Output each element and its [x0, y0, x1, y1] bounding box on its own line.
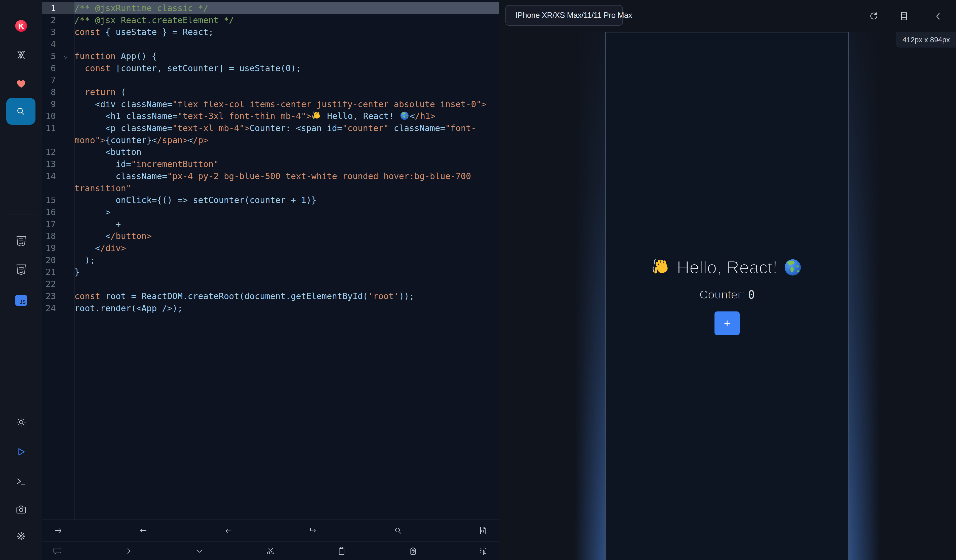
arrow-left-icon[interactable]	[138, 525, 149, 536]
fold-chevron-icon[interactable]: ⌄	[63, 52, 68, 59]
cursor-click-icon[interactable]	[478, 546, 489, 557]
device-select[interactable]: IPhone XR/XS Max/11/11 Pro Max	[505, 5, 623, 26]
code-line[interactable]: 22	[42, 278, 499, 290]
js-file-button[interactable]: JS	[15, 295, 27, 306]
line-number: 14	[42, 170, 74, 194]
line-number: 9	[42, 98, 74, 110]
code-line[interactable]: 20 );	[42, 254, 499, 266]
ide-app: K	[0, 0, 956, 560]
glow-left	[575, 32, 605, 560]
code-line[interactable]: 12 <button	[42, 146, 499, 158]
counter-value: 0	[748, 288, 755, 301]
code-area[interactable]: 1/** @jsxRuntime classic */2/** @jsx Rea…	[42, 0, 499, 314]
search-icon	[15, 106, 27, 117]
gear-icon	[15, 530, 27, 542]
refresh-button[interactable]	[868, 11, 879, 22]
line-number: 23	[42, 290, 74, 302]
favorites-button[interactable]	[17, 80, 26, 88]
theme-button[interactable]	[15, 416, 27, 428]
sidebar-divider	[6, 323, 37, 323]
terminal-button[interactable]	[15, 476, 27, 487]
line-number: 16	[42, 206, 74, 219]
code-line[interactable]: 15 onClick={() => setCounter(counter + 1…	[42, 194, 499, 206]
line-number: 7	[42, 74, 74, 86]
code-line[interactable]: 14 className="px-4 py-2 bg-blue-500 text…	[42, 170, 499, 194]
x-logo-icon	[16, 50, 27, 60]
globe-emoji	[782, 258, 803, 277]
line-number: 13	[42, 158, 74, 170]
play-icon	[15, 446, 27, 458]
search-button[interactable]	[6, 98, 36, 125]
x-social-button[interactable]	[16, 50, 27, 60]
preview-heading: Hello, React!	[651, 257, 803, 277]
arrow-right-icon[interactable]	[53, 525, 64, 536]
code-line[interactable]: 7	[42, 74, 499, 86]
code-line[interactable]: 4	[42, 38, 499, 50]
line-number: 4	[42, 38, 74, 50]
paste-icon[interactable]	[407, 546, 418, 557]
chevron-right-icon[interactable]	[123, 546, 134, 557]
code-line[interactable]: 9 <div className="flex flex-col items-ce…	[42, 98, 499, 110]
code-line[interactable]: 24root.render(<App />);	[42, 302, 499, 315]
return-icon[interactable]	[223, 525, 234, 536]
search-icon[interactable]	[393, 525, 404, 536]
code-line[interactable]: 17 +	[42, 219, 499, 230]
code-line[interactable]: 18 </button>	[42, 230, 499, 242]
cut-icon[interactable]	[265, 546, 276, 557]
line-number: 3	[42, 26, 74, 38]
sun-icon	[15, 416, 27, 428]
screenshot-button[interactable]	[15, 504, 27, 516]
html5-icon	[15, 235, 27, 247]
code-line[interactable]: 3const { useState } = React;	[42, 26, 499, 38]
app-logo[interactable]: K	[15, 20, 27, 32]
line-number: 15	[42, 194, 74, 206]
css3-icon	[15, 264, 27, 276]
preview-topbar: IPhone XR/XS Max/11/11 Pro Max	[499, 0, 956, 32]
terminal-icon	[15, 476, 27, 487]
run-button[interactable]	[15, 446, 27, 458]
collapse-panel-button[interactable]	[933, 11, 944, 22]
device-select-label: IPhone XR/XS Max/11/11 Pro Max	[516, 11, 632, 20]
code-line[interactable]: 16 >	[42, 206, 499, 219]
comment-icon[interactable]	[52, 546, 63, 557]
code-line[interactable]: 19 </div>	[42, 242, 499, 254]
device-preview-area: Hello, React! Counter:	[499, 32, 956, 560]
code-line[interactable]: 5⌄function App() {	[42, 50, 499, 62]
code-line[interactable]: 1/** @jsxRuntime classic */	[42, 2, 499, 14]
code-line[interactable]: 21}	[42, 266, 499, 278]
wave-emoji	[651, 258, 672, 277]
wave-emoji	[311, 111, 322, 121]
html-file-button[interactable]	[15, 235, 27, 247]
settings-button[interactable]	[15, 530, 27, 542]
code-line[interactable]: 8 return (	[42, 86, 499, 98]
line-number: 20	[42, 254, 74, 266]
code-editor[interactable]: 1/** @jsxRuntime classic */2/** @jsx Rea…	[42, 0, 499, 560]
line-number: 2	[42, 14, 74, 27]
editor-toolbar	[42, 519, 499, 560]
glow-right	[849, 32, 880, 560]
line-number: 11	[42, 122, 74, 146]
code-line[interactable]: 2/** @jsx React.createElement */	[42, 14, 499, 27]
chevron-down-icon[interactable]	[194, 546, 205, 557]
layout-rows-button[interactable]	[898, 11, 909, 22]
toolbar-row-1	[42, 520, 499, 541]
code-line[interactable]: 13 id="incrementButton"	[42, 158, 499, 170]
line-number: 10	[42, 110, 74, 122]
line-number: 24	[42, 302, 74, 315]
file-search-icon[interactable]	[477, 525, 488, 536]
code-line[interactable]: 6 const [counter, setCounter] = useState…	[42, 62, 499, 74]
activity-sidebar: K	[0, 0, 42, 560]
code-line[interactable]: 11 <p className="text-xl mb-4">Counter: …	[42, 122, 499, 146]
heart-icon	[17, 80, 26, 88]
code-line[interactable]: 23const root = ReactDOM.createRoot(docum…	[42, 290, 499, 302]
indent-icon[interactable]	[307, 525, 319, 536]
code-line[interactable]: 10 <h1 className="text-3xl font-thin mb-…	[42, 110, 499, 122]
css-file-button[interactable]	[15, 264, 27, 276]
line-number: 18	[42, 230, 74, 242]
line-number: 8	[42, 86, 74, 98]
line-number: 6	[42, 62, 74, 74]
clipboard-icon[interactable]	[336, 546, 347, 557]
line-number: 21	[42, 266, 74, 278]
increment-button[interactable]: +	[714, 311, 740, 335]
preview-actions	[868, 0, 956, 32]
